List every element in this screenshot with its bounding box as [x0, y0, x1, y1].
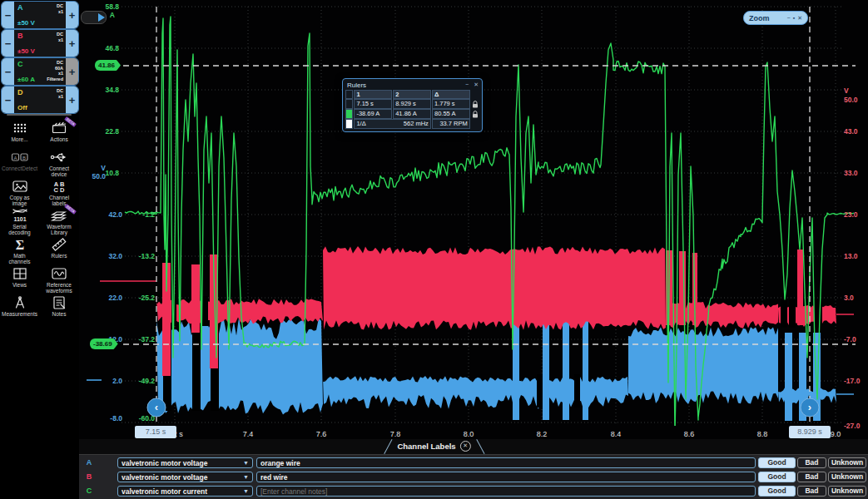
channel-a-label-dropdown[interactable]: valvetronic motor voltage ▼ [117, 457, 253, 468]
views-icon [12, 265, 28, 281]
sidebar-item-views[interactable]: Views [0, 265, 39, 294]
ruler-value-badge[interactable]: -38.69 [90, 338, 118, 349]
ruler-col-delta-header: Δ [432, 90, 470, 99]
channel-d-increase-button[interactable]: + [66, 86, 78, 113]
sidebar-item-label: Serial decoding [8, 224, 30, 235]
channel-b-bad-button[interactable]: Bad [797, 472, 826, 482]
sidebar-item-reference-waveforms[interactable]: Reference waveforms [39, 265, 79, 294]
ruler-col-1-header: 1 [354, 90, 392, 99]
ruler-frequency-value: 562 mHz [404, 120, 429, 128]
rulers-popup[interactable]: Rulers − ✕ 1 2 Δ 7.15 s 8.929 s 1.779 s … [342, 78, 483, 132]
channel-b-label-row: B valvetronic motor voltage ▼ Good Bad U… [0, 472, 868, 482]
channel-a-decrease-button[interactable]: − [2, 2, 14, 28]
channel-panel-b[interactable]: − B DC x1 ±50 V + [1, 29, 79, 57]
rulers-close-icon[interactable]: ✕ [474, 82, 479, 88]
channel-c-decrease-button[interactable]: − [2, 58, 14, 85]
ruler-col-2-header: 2 [393, 90, 431, 99]
ruler-time-delta: 1.779 s [432, 99, 470, 109]
channel-c-label-dropdown[interactable]: valvetronic motor current ▼ [117, 486, 253, 497]
svg-text:Σ: Σ [15, 238, 23, 252]
channel-a-coupling: DC x1 [57, 3, 63, 14]
channel-a-notes-input[interactable] [256, 457, 756, 468]
channel-b-increase-button[interactable]: + [66, 30, 78, 57]
sidebar-item-copy-as-image[interactable]: Copy as image [0, 178, 39, 207]
channel-panel-scrollbar[interactable] [7, 114, 72, 116]
connect-detect-icon: AB [11, 149, 29, 165]
scope-plot-area[interactable] [0, 0, 868, 499]
channel-c-increase-button[interactable]: + [66, 58, 78, 85]
channel-b-notes-input[interactable] [256, 472, 756, 482]
waveform-channel-a-gap [574, 374, 580, 408]
sidebar-item-channel-labels[interactable]: A BC DChannel labels [39, 178, 79, 207]
channel-b-good-button[interactable]: Good [758, 472, 796, 482]
rulers-minimize-icon[interactable]: − [465, 82, 469, 88]
axis-label-voltage-a: -8.0 [72, 415, 122, 422]
left-ruler-handle[interactable]: ‹ [147, 398, 166, 417]
channel-a-bad-button[interactable]: Bad [797, 457, 826, 468]
sidebar-item-label: Views [12, 282, 27, 288]
channel-d-decrease-button[interactable]: − [2, 86, 14, 113]
axis-label-voltage-b: 50.0 [844, 96, 867, 104]
trigger-arrow-icon [98, 13, 105, 22]
channel-b-label-dropdown[interactable]: valvetronic motor voltage ▼ [117, 472, 253, 482]
channel-c-bad-button[interactable]: Bad [797, 486, 826, 497]
channel-labels-tab-title: Channel Labels [397, 442, 455, 451]
svg-text:C D: C D [54, 186, 66, 194]
axis-label-voltage-b: 33.0 [844, 170, 867, 177]
channel-c-notes-input[interactable] [256, 486, 756, 497]
ruler-value-1: -38.69 A [354, 109, 392, 119]
sidebar-item-waveform-library[interactable]: BETAWaveform Library [39, 207, 79, 236]
axis-label-voltage-b: -27.0 [844, 422, 867, 430]
ruler-value-badge[interactable]: 41.86 [95, 60, 121, 71]
waveform-channel-b-gap [781, 299, 787, 328]
axis-label-voltage-a: 22.0 [72, 294, 122, 302]
sidebar-item-measurements[interactable]: Measurements [0, 294, 39, 324]
channel-c-unknown-button[interactable]: Unknown [828, 486, 866, 497]
ruler-value-lock-icon[interactable] [471, 109, 479, 119]
ruler-frequency-row: 1/Δ 562 mHz 33.7 RPM [345, 119, 479, 129]
channel-labels-tab[interactable]: Channel Labels ✕ [385, 439, 482, 453]
sidebar-item-label: Measurements [2, 311, 37, 317]
channel-b-decrease-button[interactable]: − [2, 30, 14, 57]
channel-labels-close-icon[interactable]: ✕ [460, 441, 471, 452]
sidebar-item-math-channels[interactable]: ΣMath channels [0, 236, 39, 265]
ruler-rpm-value: 33.7 RPM [432, 119, 470, 129]
channel-a-good-button[interactable]: Good [758, 457, 796, 468]
trigger-marker[interactable] [81, 11, 107, 24]
sidebar-item-label: More... [11, 136, 27, 142]
zoom-close-icon[interactable]: ✕ [797, 15, 802, 21]
sidebar-item-actions[interactable]: BETAActions [39, 120, 79, 149]
channel-a-unknown-button[interactable]: Unknown [828, 457, 866, 468]
sidebar-item-connect-device[interactable]: Connect device [39, 149, 79, 178]
math-channels-icon: Σ [12, 236, 28, 252]
right-ruler-handle[interactable]: › [801, 398, 820, 417]
ruler-time-lock-icon[interactable] [471, 99, 479, 109]
more-grid-icon [12, 120, 28, 136]
ruler-time-row: 7.15 s 8.929 s 1.779 s [345, 99, 479, 109]
zoom-minimize-icon[interactable]: − [787, 15, 791, 21]
sidebar-item-notes[interactable]: Notes [39, 294, 79, 324]
sidebar-item-connect-detect[interactable]: ABConnectDetect [0, 149, 39, 178]
sidebar-item-rulers[interactable]: Rulers [39, 236, 79, 265]
waveform-channel-b-band [156, 299, 323, 324]
axis-label-voltage-b: V [844, 87, 867, 95]
channel-panel-a[interactable]: − A DC x1 ±50 V + [1, 1, 79, 29]
channel-panel-c[interactable]: − C DC 60A x1 Filtered ±60 A + [1, 57, 79, 86]
zoom-restore-icon[interactable]: ▪ [793, 15, 795, 21]
left-ruler-time-badge: 7.15 s [135, 426, 176, 438]
channel-b-unknown-button[interactable]: Unknown [828, 472, 866, 482]
connect-device-icon [50, 149, 68, 165]
ruler-time-2: 8.929 s [393, 99, 431, 109]
zoom-window[interactable]: Zoom − ▪ ✕ [743, 11, 808, 25]
sidebar-item-more-grid[interactable]: More... [0, 120, 39, 149]
time-axis-label: 8.0 [464, 430, 474, 438]
chevron-down-icon: ▼ [243, 460, 249, 466]
channel-panel-d[interactable]: − D DC x1 Off + [1, 86, 79, 114]
channel-c-coupling: DC 60A x1 Filtered [47, 60, 63, 82]
sidebar-item-serial-decoding[interactable]: 1101Serial decoding [0, 207, 39, 236]
channel-a-range: ±50 V [17, 19, 35, 27]
channel-c-good-button[interactable]: Good [758, 486, 796, 497]
channel-a-increase-button[interactable]: + [66, 2, 78, 28]
rulers-icon [51, 236, 67, 252]
axis-label-voltage-a: 42.0 [72, 211, 122, 219]
